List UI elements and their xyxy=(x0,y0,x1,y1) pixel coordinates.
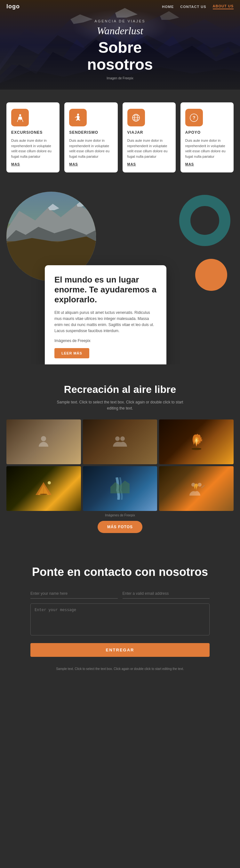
name-field xyxy=(30,589,118,599)
more-photos-button[interactable]: MÁS FOTOS xyxy=(98,521,142,533)
photo-grid xyxy=(6,420,234,511)
svg-text:?: ? xyxy=(192,115,196,120)
explore-read-more-button[interactable]: LEER MÁS xyxy=(54,348,89,358)
hero-subtitle: AGENCIA DE VIAJES xyxy=(87,19,153,23)
explore-body: Elit ut aliquam purus sit amet luctus ve… xyxy=(54,310,157,334)
svg-line-9 xyxy=(22,120,23,122)
hero-title: Sobre nosotros xyxy=(87,39,153,73)
card-text-3: Duis aute irure dolor in reprehenderit i… xyxy=(127,138,171,159)
card-link-1[interactable]: MAS xyxy=(11,162,20,166)
card-viajar: VIAJAR Duis aute irure dolor in reprehen… xyxy=(123,102,176,173)
message-textarea[interactable] xyxy=(30,603,210,636)
hero-content: AGENCIA DE VIAJES Wanderlust Sobre nosot… xyxy=(87,9,153,80)
card-icon-wrap-3 xyxy=(127,109,145,126)
svg-point-10 xyxy=(77,114,79,116)
nav-contact[interactable]: CONTACT US xyxy=(180,5,206,9)
card-title-3: VIAJAR xyxy=(127,130,143,135)
card-link-3[interactable]: MAS xyxy=(127,162,136,166)
card-title-2: SENDERISMO xyxy=(69,130,98,135)
excursiones-icon xyxy=(16,113,25,123)
card-apoyo: ? APOYO Duis aute irure dolor in reprehe… xyxy=(180,102,234,173)
photo-2-icon xyxy=(111,432,129,452)
card-text-1: Duis aute irure dolor in reprehenderit i… xyxy=(11,138,55,159)
recreation-subtitle: Sample text. Click to select the text bo… xyxy=(56,399,184,411)
cards-grid: EXCURSIONES Duis aute irure dolor in rep… xyxy=(6,102,234,173)
nav-about[interactable]: ABOUT US xyxy=(213,4,234,9)
explore-card: El mundo es un lugar enorme. Te ayudarem… xyxy=(45,265,167,364)
hero-section: AGENCIA DE VIAJES Wanderlust Sobre nosot… xyxy=(0,0,240,90)
svg-line-11 xyxy=(75,117,77,117)
footer-text: Sample text. Click to select the text bo… xyxy=(6,666,234,671)
contact-section: Ponte en contacto con nosotros ENTREGAR … xyxy=(0,546,240,684)
contact-title: Ponte en contacto con nosotros xyxy=(6,565,234,579)
deco-circle-teal xyxy=(179,195,231,246)
svg-line-51 xyxy=(201,485,205,488)
svg-point-38 xyxy=(115,436,120,441)
photo-1 xyxy=(6,420,81,464)
card-link-2[interactable]: MAS xyxy=(69,162,78,166)
card-excursiones: EXCURSIONES Duis aute irure dolor in rep… xyxy=(6,102,60,173)
photo-5 xyxy=(83,466,157,511)
svg-line-8 xyxy=(17,120,18,122)
card-title-4: APOYO xyxy=(185,130,201,135)
photo-2 xyxy=(83,420,157,464)
recreation-section: Recreación al aire libre Sample text. Cl… xyxy=(0,364,240,546)
logo[interactable]: logo xyxy=(6,3,20,10)
card-icon-wrap-4: ? xyxy=(185,109,203,126)
card-title-1: EXCURSIONES xyxy=(11,130,42,135)
viajar-icon xyxy=(131,113,141,123)
photo-4 xyxy=(6,466,81,511)
explore-heading: El mundo es un lugar enorme. Te ayudarem… xyxy=(54,275,157,305)
photo-6-icon xyxy=(187,479,206,498)
photo-6 xyxy=(159,466,234,511)
photo-1-icon xyxy=(34,432,53,452)
senderismo-icon xyxy=(73,113,83,123)
recreation-credit: Imágenes de Freepix xyxy=(6,514,234,517)
form-row-1 xyxy=(30,589,210,599)
card-text-4: Duis aute irure dolor in reprehenderit i… xyxy=(185,138,229,159)
svg-point-50 xyxy=(198,483,202,487)
svg-point-45 xyxy=(40,494,48,495)
explore-credit: Imágenes de Freepix xyxy=(54,338,157,344)
contact-form: ENTREGAR xyxy=(30,589,210,657)
photo-5-icon xyxy=(111,477,129,500)
card-text-2: Duis aute irure dolor in reprehenderit i… xyxy=(69,138,113,159)
photo-4-icon xyxy=(34,479,53,498)
svg-point-46 xyxy=(48,481,51,485)
deco-circle-orange xyxy=(195,259,227,291)
hero-credit: Imagen de Freepix xyxy=(87,76,153,80)
card-senderismo: SENDERISMO Duis aute irure dolor in repr… xyxy=(64,102,117,173)
email-input[interactable] xyxy=(123,589,210,599)
svg-point-37 xyxy=(41,436,46,441)
recreation-title: Recreación al aire libre xyxy=(6,383,234,396)
svg-point-7 xyxy=(19,114,21,116)
card-link-4[interactable]: MAS xyxy=(185,162,194,166)
nav-links: HOME CONTACT US ABOUT US xyxy=(162,4,234,9)
email-field xyxy=(123,589,210,599)
explore-section: El mundo es un lugar enorme. Te ayudarem… xyxy=(0,185,240,364)
svg-point-39 xyxy=(120,436,125,441)
submit-button[interactable]: ENTREGAR xyxy=(30,643,210,657)
hero-brand: Wanderlust xyxy=(87,25,153,37)
nav-home[interactable]: HOME xyxy=(162,5,174,9)
card-icon-wrap-2 xyxy=(69,109,87,126)
cards-section: EXCURSIONES Duis aute irure dolor in rep… xyxy=(0,90,240,185)
navigation: logo HOME CONTACT US ABOUT US xyxy=(0,0,240,13)
photo-3 xyxy=(159,420,234,464)
apoyo-icon: ? xyxy=(189,113,199,123)
name-input[interactable] xyxy=(30,589,118,599)
photo-3-icon xyxy=(188,432,205,452)
card-icon-wrap-1 xyxy=(11,109,29,126)
